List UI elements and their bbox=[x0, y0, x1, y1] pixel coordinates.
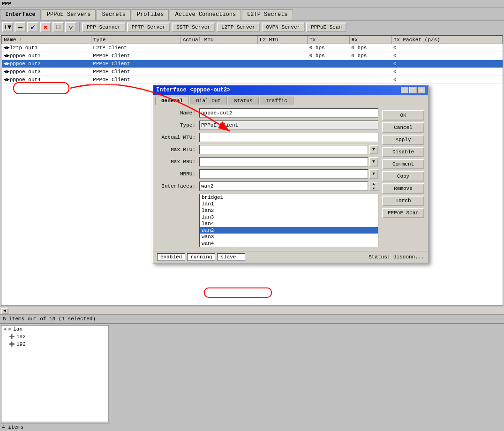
dropdown-item-wan3[interactable]: wan3 bbox=[200, 234, 378, 240]
pppoe-scan-button[interactable]: PPPoE Scan bbox=[306, 23, 346, 32]
mrru-label: MRRU: bbox=[157, 171, 199, 177]
actual-mtu-input[interactable] bbox=[199, 133, 378, 142]
l2tp-server-button[interactable]: L2TP Server bbox=[217, 23, 260, 32]
modal-minimize-btn[interactable]: _ bbox=[401, 87, 408, 93]
tab-secrets[interactable]: Secrets bbox=[97, 9, 130, 20]
apply-button[interactable]: Apply bbox=[382, 135, 424, 145]
col-name[interactable]: Name ↑ bbox=[2, 36, 91, 44]
modal-footer: enabled running slave Status: disconn... bbox=[153, 251, 428, 263]
table-row[interactable]: ◄►pppoe-out4 PPPoE Client 0 bbox=[2, 76, 503, 84]
dropdown-item-lan3[interactable]: lan3 bbox=[200, 214, 378, 220]
col-type[interactable]: Type bbox=[91, 36, 181, 44]
col-tx-pps[interactable]: Tx Packet (p/s) bbox=[391, 36, 502, 44]
ok-button[interactable]: OK bbox=[382, 110, 424, 121]
table-row[interactable]: ◄►pppoe-out3 PPPoE Client 0 bbox=[2, 68, 503, 76]
modal-tab-traffic[interactable]: Traffic bbox=[260, 97, 293, 105]
ovpn-server-button[interactable]: OVPN Server bbox=[262, 23, 305, 32]
tree-item[interactable]: ➕ 192 bbox=[1, 340, 108, 348]
tree-item[interactable]: ➕ 192 bbox=[1, 333, 108, 340]
modal-tab-bar: General Dial Out Status Traffic bbox=[153, 95, 428, 105]
torch-button[interactable]: Torch bbox=[382, 196, 424, 206]
name-row: Name: bbox=[157, 108, 378, 118]
app-title: PPP bbox=[2, 1, 11, 7]
tab-l2tp-secrets[interactable]: L2TP Secrets bbox=[242, 9, 293, 20]
remove-button[interactable]: Remove bbox=[382, 183, 424, 194]
sstp-server-button[interactable]: SSTP Server bbox=[172, 23, 215, 32]
dropdown-item-lan1[interactable]: lan1 bbox=[200, 201, 378, 207]
dropdown-item-lan2[interactable]: lan2 bbox=[200, 207, 378, 214]
max-mtu-input[interactable] bbox=[199, 145, 368, 154]
copy-button[interactable]: Copy bbox=[382, 171, 424, 181]
dropdown-item-bridge1[interactable]: bridge1 bbox=[200, 194, 378, 201]
scroll-left-btn[interactable]: ◄ bbox=[1, 308, 8, 314]
table-row[interactable]: ◄►l2tp-out1 L2TP Client 0 bps 0 bps 0 bbox=[2, 44, 503, 52]
mrru-dropdown-btn[interactable]: ▼ bbox=[369, 169, 378, 179]
name-input[interactable] bbox=[199, 108, 378, 118]
bottom-left-panel: ◄ ■ lan ➕ 192 ➕ 192 4 items bbox=[0, 324, 110, 431]
sort-up-btn[interactable]: ▲ bbox=[369, 182, 378, 186]
type-row: Type: bbox=[157, 121, 378, 130]
tab-pppoe-servers[interactable]: PPPoE Servers bbox=[42, 9, 96, 20]
dropdown-item-wan2[interactable]: wan2 bbox=[200, 227, 378, 234]
modal-title-buttons: _ □ ✕ bbox=[401, 87, 425, 93]
type-input bbox=[199, 121, 378, 130]
max-mru-label: Max MRU: bbox=[157, 159, 199, 165]
main-tab-bar: Interface PPPoE Servers Secrets Profiles… bbox=[0, 8, 504, 21]
col-tx[interactable]: Tx bbox=[308, 36, 350, 44]
type-label: Type: bbox=[157, 122, 199, 128]
dropdown-item-wan4[interactable]: wan4 bbox=[200, 240, 378, 247]
modal-maximize-btn[interactable]: □ bbox=[409, 87, 417, 93]
tree-item[interactable]: ◄ ■ lan bbox=[1, 325, 108, 333]
interfaces-label: Interfaces: bbox=[157, 183, 199, 189]
add-button[interactable]: +▼ bbox=[2, 22, 13, 32]
modal-body: Name: Type: Actual MTU: Max MTU: bbox=[153, 105, 428, 251]
filter-button[interactable]: ▽ bbox=[65, 22, 76, 32]
items-count: 4 items bbox=[2, 424, 23, 430]
cancel-button[interactable]: Cancel bbox=[382, 122, 424, 133]
interface-dialog: Interface <pppoe-out2> _ □ ✕ General Dia… bbox=[152, 84, 429, 264]
name-label: Name: bbox=[157, 110, 199, 116]
ppp-scanner-button[interactable]: PPP Scanner bbox=[82, 23, 126, 32]
max-mru-dropdown-btn[interactable]: ▼ bbox=[369, 157, 378, 166]
copy-icon-button[interactable]: □ bbox=[53, 22, 64, 32]
comment-button[interactable]: Comment bbox=[382, 159, 424, 169]
sort-buttons: ▲ ▼ bbox=[369, 182, 378, 191]
modal-tab-general[interactable]: General bbox=[155, 97, 189, 105]
disable-button[interactable]: ✖ bbox=[40, 22, 51, 32]
modal-tab-status[interactable]: Status bbox=[228, 97, 259, 105]
tree-ip: 192 bbox=[16, 341, 26, 347]
max-mru-input[interactable] bbox=[199, 157, 368, 166]
modal-tab-dial-out[interactable]: Dial Out bbox=[190, 97, 227, 105]
modal-title: Interface <pppoe-out2> bbox=[156, 87, 230, 93]
col-rx[interactable]: Rx bbox=[349, 36, 391, 44]
dropdown-item-lan4[interactable]: lan4 bbox=[200, 220, 378, 227]
modal-close-btn[interactable]: ✕ bbox=[418, 87, 425, 93]
bottom-panel: ◄ ■ lan ➕ 192 ➕ 192 4 items bbox=[0, 323, 504, 431]
max-mtu-label: Max MTU: bbox=[157, 147, 199, 152]
tree-expand: ◄ bbox=[3, 326, 7, 332]
remove-button[interactable]: — bbox=[15, 22, 26, 32]
interfaces-input[interactable] bbox=[199, 181, 368, 191]
title-bar: PPP bbox=[0, 0, 504, 8]
network-icon: ■ bbox=[8, 326, 12, 332]
tab-active-connections[interactable]: Active Connections bbox=[170, 9, 241, 20]
main-status-bar: 5 items out of 13 (1 selected) bbox=[0, 314, 504, 323]
bottom-status: 4 items bbox=[0, 423, 110, 431]
col-actual-mtu[interactable]: Actual MTU bbox=[181, 36, 257, 44]
max-mtu-dropdown-btn[interactable]: ▼ bbox=[369, 145, 378, 154]
mrru-input[interactable] bbox=[199, 169, 368, 179]
table-row[interactable]: ◄►pppoe-out1 PPPoE Client 0 bps 0 bps 0 bbox=[2, 52, 503, 60]
table-row-selected[interactable]: ◄►pppoe-out2 PPPoE Client 0 bbox=[2, 60, 503, 68]
tree-view: ◄ ■ lan ➕ 192 ➕ 192 bbox=[1, 325, 109, 422]
col-l2-mtu[interactable]: L2 MTU bbox=[257, 36, 307, 44]
toolbar-sep bbox=[79, 23, 80, 32]
tab-interface[interactable]: Interface bbox=[0, 9, 41, 20]
interfaces-dropdown[interactable]: bridge1 lan1 lan2 lan3 lan4 wan2 wan3 wa… bbox=[199, 194, 378, 247]
tab-profiles[interactable]: Profiles bbox=[132, 9, 169, 20]
pppoe-scan-button[interactable]: PPPoE Scan bbox=[382, 208, 424, 218]
pptp-server-button[interactable]: PPTP Server bbox=[127, 23, 171, 32]
enable-button[interactable]: ✔ bbox=[27, 22, 38, 32]
sort-down-btn[interactable]: ▼ bbox=[369, 187, 378, 191]
footer-status-slave: slave bbox=[217, 253, 245, 261]
disable-button[interactable]: Disable bbox=[382, 147, 424, 157]
